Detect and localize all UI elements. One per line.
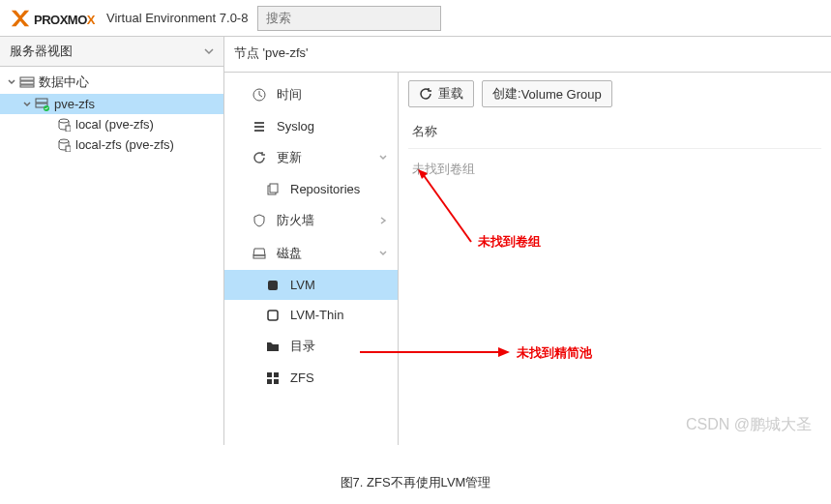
svg-rect-1	[20, 81, 34, 84]
menu-firewall[interactable]: 防火墙	[224, 204, 398, 237]
svg-point-6	[59, 119, 69, 123]
logo: PROXMOX	[0, 7, 101, 29]
tree-label: local (pve-zfs)	[75, 117, 154, 132]
empty-message: 未找到卷组	[408, 149, 821, 190]
tree-datacenter[interactable]: 数据中心	[0, 71, 223, 94]
svg-rect-2	[20, 85, 34, 87]
list-icon	[250, 120, 269, 133]
button-label: 重载	[438, 85, 463, 103]
annotation-text-2: 未找到精简池	[517, 344, 592, 362]
config-menu: 时间 Syslog 更新 Repositories	[224, 73, 399, 445]
create-volume-group-button[interactable]: 创建: Volume Group	[482, 80, 612, 107]
server-icon	[33, 98, 52, 111]
grid-icon	[263, 372, 282, 384]
column-header-name[interactable]: 名称	[408, 115, 821, 149]
resource-tree: 数据中心 pve-zfs local (pve-zfs) local-zfs (…	[0, 67, 223, 159]
view-selector-label: 服务器视图	[10, 43, 73, 60]
svg-point-8	[59, 139, 69, 143]
menu-syslog[interactable]: Syslog	[224, 111, 398, 141]
menu-lvm-thin[interactable]: LVM-Thin	[224, 300, 398, 330]
svg-rect-18	[267, 379, 272, 384]
svg-rect-14	[268, 281, 278, 290]
svg-marker-23	[498, 347, 510, 357]
watermark: CSDN @鹏城大圣	[686, 415, 812, 435]
menu-updates[interactable]: 更新	[224, 141, 398, 174]
chevron-right-icon	[378, 216, 388, 225]
menu-label: LVM	[290, 278, 315, 292]
datacenter-icon	[17, 76, 37, 88]
tree-storage-local-zfs[interactable]: local-zfs (pve-zfs)	[0, 134, 223, 155]
svg-rect-13	[253, 255, 265, 258]
svg-rect-19	[274, 379, 279, 384]
menu-zfs[interactable]: ZFS	[224, 363, 398, 393]
menu-label: Syslog	[277, 119, 314, 133]
view-selector[interactable]: 服务器视图	[0, 37, 223, 67]
tree-node-pve-zfs[interactable]: pve-zfs	[0, 94, 223, 114]
menu-disks[interactable]: 磁盘	[224, 237, 398, 270]
menu-label: Repositories	[290, 182, 360, 196]
square-outline-icon	[263, 310, 282, 321]
reload-icon	[419, 87, 432, 101]
svg-rect-9	[66, 146, 71, 152]
brand-text: PROXMOX	[34, 7, 95, 29]
reload-button[interactable]: 重载	[408, 80, 474, 107]
menu-label: 防火墙	[277, 212, 314, 229]
tree-label: local-zfs (pve-zfs)	[75, 137, 174, 152]
tree-toggle-icon[interactable]	[21, 100, 33, 109]
menu-time[interactable]: 时间	[224, 78, 398, 111]
square-filled-icon	[263, 280, 282, 291]
svg-rect-15	[268, 311, 278, 320]
storage-icon	[54, 118, 74, 132]
env-version: Virtual Environment 7.0-8	[106, 11, 248, 25]
chevron-down-icon	[204, 46, 214, 56]
chevron-down-icon	[378, 249, 388, 258]
figure-caption: 图7. ZFS不再使用LVM管理	[0, 445, 831, 501]
svg-rect-3	[36, 99, 47, 103]
menu-label: 目录	[290, 338, 315, 355]
breadcrumb: 节点 'pve-zfs'	[224, 37, 831, 73]
search-input[interactable]	[258, 7, 440, 30]
content-pane: 重载 创建: Volume Group 名称 未找到卷组 未找到卷组 未找到精简…	[399, 73, 831, 445]
files-icon	[263, 183, 282, 196]
svg-rect-16	[267, 372, 272, 377]
refresh-icon	[250, 151, 269, 164]
menu-label: LVM-Thin	[290, 308, 343, 322]
tree-toggle-icon[interactable]	[6, 77, 17, 87]
menu-label: 时间	[277, 86, 302, 104]
hdd-icon	[250, 247, 269, 260]
menu-repositories[interactable]: Repositories	[224, 174, 398, 204]
folder-icon	[263, 341, 282, 352]
tree-storage-local[interactable]: local (pve-zfs)	[0, 114, 223, 134]
button-label: Volume Group	[521, 87, 602, 102]
logo-x-icon	[10, 8, 31, 29]
menu-label: 更新	[277, 149, 302, 166]
annotation-text-1: 未找到卷组	[478, 233, 541, 251]
menu-label: ZFS	[290, 371, 314, 385]
tree-label: pve-zfs	[54, 97, 95, 111]
clock-icon	[250, 88, 269, 102]
svg-rect-12	[270, 184, 278, 193]
menu-label: 磁盘	[277, 245, 302, 262]
svg-rect-0	[20, 77, 34, 80]
tree-label: 数据中心	[39, 74, 89, 91]
button-label-prefix: 创建:	[492, 85, 521, 103]
chevron-down-icon	[378, 153, 388, 163]
search-box[interactable]	[257, 6, 441, 31]
menu-lvm[interactable]: LVM	[224, 270, 398, 300]
shield-icon	[250, 214, 269, 227]
svg-rect-17	[274, 372, 279, 377]
svg-rect-7	[66, 126, 71, 132]
menu-directory[interactable]: 目录	[224, 330, 398, 363]
storage-icon	[54, 138, 74, 152]
